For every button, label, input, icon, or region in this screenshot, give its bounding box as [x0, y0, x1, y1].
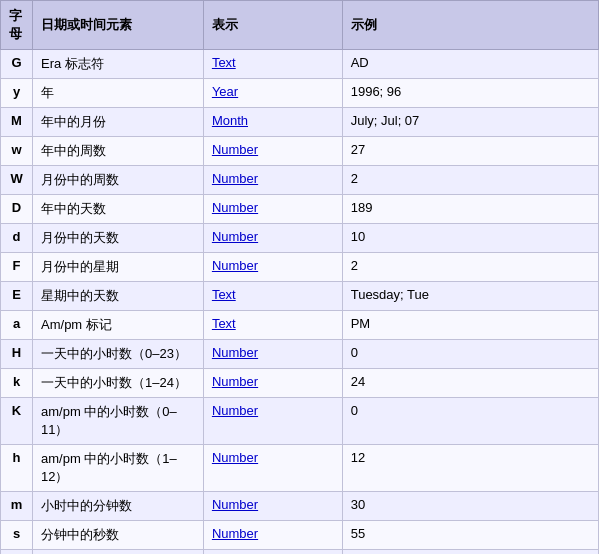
cell-example: 30 — [342, 492, 598, 521]
header-letter: 字母 — [1, 1, 33, 50]
cell-description: 年 — [33, 79, 204, 108]
representation-link[interactable]: Number — [212, 142, 258, 157]
representation-link[interactable]: Number — [212, 450, 258, 465]
cell-representation[interactable]: Number — [203, 445, 342, 492]
cell-example: Tuesday; Tue — [342, 282, 598, 311]
table-row: H一天中的小时数（0–23）Number0 — [1, 340, 599, 369]
cell-example: 24 — [342, 369, 598, 398]
cell-representation[interactable]: Year — [203, 79, 342, 108]
cell-example: PM — [342, 311, 598, 340]
representation-link[interactable]: Number — [212, 403, 258, 418]
cell-representation[interactable]: Number — [203, 521, 342, 550]
cell-representation[interactable]: Text — [203, 311, 342, 340]
cell-description: 一天中的小时数（1–24） — [33, 369, 204, 398]
cell-letter: h — [1, 445, 33, 492]
cell-letter: w — [1, 137, 33, 166]
cell-letter: y — [1, 79, 33, 108]
cell-description: 分钟中的秒数 — [33, 521, 204, 550]
cell-example: 189 — [342, 195, 598, 224]
cell-letter: a — [1, 311, 33, 340]
cell-representation[interactable]: Text — [203, 50, 342, 79]
cell-example: 0 — [342, 340, 598, 369]
representation-link[interactable]: Month — [212, 113, 248, 128]
representation-link[interactable]: Text — [212, 55, 236, 70]
header-representation: 表示 — [203, 1, 342, 50]
cell-representation[interactable]: Text — [203, 282, 342, 311]
cell-representation[interactable]: Number — [203, 369, 342, 398]
table-row: k一天中的小时数（1–24）Number24 — [1, 369, 599, 398]
cell-representation[interactable]: Number — [203, 398, 342, 445]
table-row: W月份中的周数Number2 — [1, 166, 599, 195]
cell-example: 1996; 96 — [342, 79, 598, 108]
cell-description: 小时中的分钟数 — [33, 492, 204, 521]
table-row: m小时中的分钟数Number30 — [1, 492, 599, 521]
representation-link[interactable]: Text — [212, 287, 236, 302]
cell-representation[interactable]: Number — [203, 492, 342, 521]
cell-representation[interactable]: Number — [203, 166, 342, 195]
cell-letter: s — [1, 521, 33, 550]
cell-description: 月份中的周数 — [33, 166, 204, 195]
cell-letter: d — [1, 224, 33, 253]
cell-example: 10 — [342, 224, 598, 253]
table-row: E星期中的天数TextTuesday; Tue — [1, 282, 599, 311]
cell-description: am/pm 中的小时数（0–11） — [33, 398, 204, 445]
table-row: Kam/pm 中的小时数（0–11）Number0 — [1, 398, 599, 445]
cell-letter: F — [1, 253, 33, 282]
cell-description: 年中的月份 — [33, 108, 204, 137]
cell-description: 星期中的天数 — [33, 282, 204, 311]
header-description: 日期或时间元素 — [33, 1, 204, 50]
table-row: D年中的天数Number189 — [1, 195, 599, 224]
cell-letter: W — [1, 166, 33, 195]
representation-link[interactable]: Year — [212, 84, 238, 99]
table-row: GEra 标志符TextAD — [1, 50, 599, 79]
header-example: 示例 — [342, 1, 598, 50]
date-time-table: 字母 日期或时间元素 表示 示例 GEra 标志符TextADy年Year199… — [0, 0, 599, 554]
cell-letter: H — [1, 340, 33, 369]
table-row: s分钟中的秒数Number55 — [1, 521, 599, 550]
cell-description: 毫秒数 — [33, 550, 204, 555]
cell-example: July; Jul; 07 — [342, 108, 598, 137]
cell-letter: G — [1, 50, 33, 79]
table-row: y年Year1996; 96 — [1, 79, 599, 108]
cell-letter: K — [1, 398, 33, 445]
cell-example: 55 — [342, 521, 598, 550]
representation-link[interactable]: Number — [212, 200, 258, 215]
cell-representation[interactable]: Number — [203, 340, 342, 369]
representation-link[interactable]: Number — [212, 526, 258, 541]
cell-letter: S — [1, 550, 33, 555]
cell-representation[interactable]: Number — [203, 137, 342, 166]
table-row: w年中的周数Number27 — [1, 137, 599, 166]
table-row: S毫秒数Number978 — [1, 550, 599, 555]
cell-example: 0 — [342, 398, 598, 445]
cell-representation[interactable]: Month — [203, 108, 342, 137]
table-row: d月份中的天数Number10 — [1, 224, 599, 253]
representation-link[interactable]: Number — [212, 229, 258, 244]
representation-link[interactable]: Text — [212, 316, 236, 331]
cell-description: am/pm 中的小时数（1–12） — [33, 445, 204, 492]
representation-link[interactable]: Number — [212, 258, 258, 273]
cell-description: 年中的天数 — [33, 195, 204, 224]
representation-link[interactable]: Number — [212, 345, 258, 360]
cell-letter: m — [1, 492, 33, 521]
cell-letter: k — [1, 369, 33, 398]
cell-representation[interactable]: Number — [203, 550, 342, 555]
representation-link[interactable]: Number — [212, 374, 258, 389]
table-row: F月份中的星期Number2 — [1, 253, 599, 282]
representation-link[interactable]: Number — [212, 171, 258, 186]
cell-representation[interactable]: Number — [203, 253, 342, 282]
cell-representation[interactable]: Number — [203, 195, 342, 224]
cell-description: Am/pm 标记 — [33, 311, 204, 340]
cell-example: AD — [342, 50, 598, 79]
cell-description: 一天中的小时数（0–23） — [33, 340, 204, 369]
cell-letter: M — [1, 108, 33, 137]
representation-link[interactable]: Number — [212, 497, 258, 512]
table-row: ham/pm 中的小时数（1–12）Number12 — [1, 445, 599, 492]
cell-letter: E — [1, 282, 33, 311]
cell-example: 27 — [342, 137, 598, 166]
table-row: M年中的月份MonthJuly; Jul; 07 — [1, 108, 599, 137]
cell-example: 12 — [342, 445, 598, 492]
cell-description: 年中的周数 — [33, 137, 204, 166]
cell-representation[interactable]: Number — [203, 224, 342, 253]
cell-letter: D — [1, 195, 33, 224]
cell-description: Era 标志符 — [33, 50, 204, 79]
